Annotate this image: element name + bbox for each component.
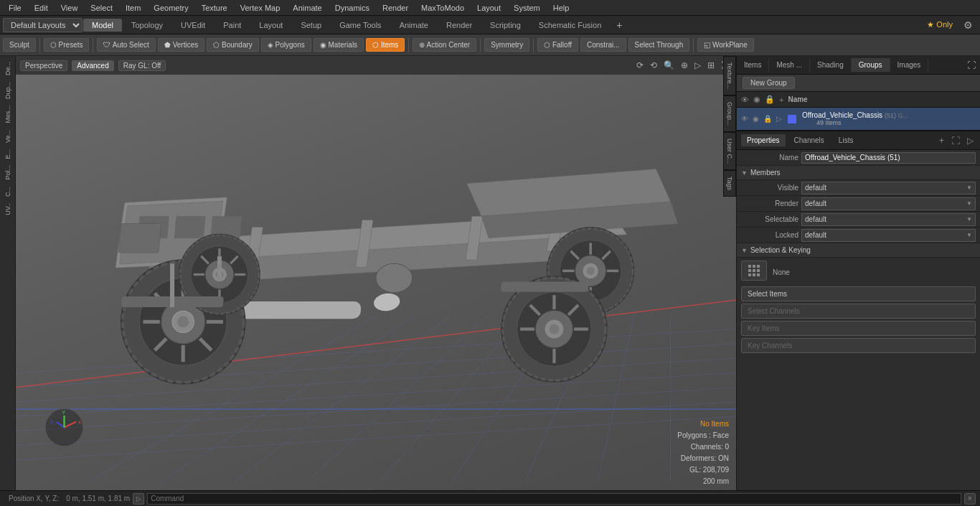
toolbar-auto-select[interactable]: 🛡 Auto Select	[97, 38, 155, 52]
layout-add-button[interactable]: +	[611, 17, 628, 33]
props-tab-lists[interactable]: Lists	[833, 134, 859, 146]
sel-key-section-header[interactable]: ▼ Selection & Keying	[737, 243, 980, 258]
layout-star[interactable]: ★ Only	[921, 19, 958, 31]
rp-tab-mesh[interactable]: Mesh ...	[769, 58, 810, 72]
toolbar-sculpt[interactable]: Sculpt	[3, 38, 36, 52]
rp-top-tabs: Items Mesh ... Shading Groups Images ⛶	[737, 56, 980, 75]
menu-select[interactable]: Select	[85, 2, 118, 14]
menu-item[interactable]: Item	[120, 2, 146, 14]
props-expand-icon[interactable]: ⛶	[949, 136, 962, 146]
edge-tab-texture[interactable]: Texture...	[723, 56, 736, 95]
group-item-chassis[interactable]: 👁 ◉ 🔒 ▷ Offroad_Vehicle_Chassis (51) G..…	[737, 108, 980, 131]
locked-select[interactable]: default ▼	[801, 229, 976, 242]
layout-tab-scripting[interactable]: Scripting	[481, 19, 529, 32]
edge-tab-group[interactable]: Group...	[723, 95, 736, 132]
selectable-select[interactable]: default ▼	[801, 213, 976, 226]
menu-dynamics[interactable]: Dynamics	[329, 2, 375, 14]
layout-tab-layout[interactable]: Layout	[250, 19, 291, 32]
vp-icon-fit[interactable]: ⊕	[679, 60, 690, 71]
vp-raygl-btn[interactable]: Ray GL: Off	[118, 60, 166, 71]
edge-tab-user-c[interactable]: User C...	[723, 132, 736, 171]
toolbar-symmetry[interactable]: Symmetry	[484, 38, 529, 52]
menu-layout[interactable]: Layout	[471, 2, 507, 14]
props-actions: + ⛶ ▷	[937, 136, 976, 146]
sidebar-item-5[interactable]: Pol...	[3, 162, 13, 183]
visible-select[interactable]: default ▼	[801, 182, 976, 195]
layout-dropdown[interactable]: Default Layouts	[3, 18, 83, 32]
command-clear-button[interactable]: ×	[964, 493, 976, 505]
toolbar-action-center[interactable]: ⊕ Action Center	[413, 38, 476, 52]
toolbar-polygons[interactable]: ◈ Polygons	[261, 38, 311, 52]
props-plus-icon[interactable]: +	[937, 136, 946, 146]
toolbar-boundary[interactable]: ⬠ Boundary	[207, 38, 259, 52]
edge-tab-tags[interactable]: Tags	[723, 170, 736, 197]
viewport[interactable]: Perspective Advanced Ray GL: Off ⟳ ⟲ 🔍 ⊕…	[16, 56, 736, 490]
vp-icon-zoom[interactable]: 🔍	[661, 60, 677, 71]
key-channels-button[interactable]: Key Channels	[741, 338, 976, 353]
name-input[interactable]	[801, 152, 976, 164]
menu-view[interactable]: View	[55, 2, 84, 14]
sidebar-item-2[interactable]: Mes...	[3, 103, 13, 126]
toolbar-workplane[interactable]: ◱ WorkPlane	[697, 38, 754, 52]
layout-tab-model[interactable]: Model	[83, 19, 122, 32]
menu-help[interactable]: Help	[547, 2, 575, 14]
menu-maxtomodo[interactable]: MaxToModo	[415, 2, 470, 14]
layout-tab-schematic[interactable]: Schematic Fusion	[530, 19, 610, 32]
rp-tab-groups[interactable]: Groups	[852, 58, 890, 72]
toolbar-select-through[interactable]: Select Through	[628, 38, 690, 52]
rp-tab-images[interactable]: Images	[890, 58, 929, 72]
members-label: Members	[750, 169, 781, 177]
toolbar-vertices[interactable]: ⬟ Vertices	[158, 38, 204, 52]
layout-tab-animate[interactable]: Animate	[391, 19, 437, 32]
props-arrow-icon[interactable]: ▷	[965, 136, 976, 146]
menu-animate[interactable]: Animate	[287, 2, 327, 14]
vp-icon-undo[interactable]: ⟲	[648, 60, 659, 71]
rp-expand-icon[interactable]: ⛶	[963, 59, 980, 72]
gl-status: GL: 208,709	[677, 464, 729, 476]
menu-file[interactable]: File	[3, 2, 27, 14]
props-tab-properties[interactable]: Properties	[741, 134, 786, 146]
layout-tab-paint[interactable]: Paint	[215, 19, 250, 32]
members-section-header[interactable]: ▼ Members	[737, 166, 980, 180]
toolbar-materials[interactable]: ◉ Materials	[314, 38, 364, 52]
layout-gear-icon[interactable]: ⚙	[959, 18, 977, 32]
toolbar-presets[interactable]: ⬡ Presets	[44, 38, 90, 52]
key-items-button[interactable]: Key Items	[741, 321, 976, 336]
sidebar-item-3[interactable]: Ve...	[3, 127, 13, 146]
sidebar-item-0[interactable]: De...	[3, 59, 13, 78]
render-select[interactable]: default ▼	[801, 197, 976, 210]
layout-tab-uvedit[interactable]: UVEdit	[172, 19, 214, 32]
select-items-button[interactable]: Select Items	[741, 286, 976, 301]
new-group-button[interactable]: New Group	[743, 77, 795, 89]
rp-tab-items[interactable]: Items	[737, 58, 769, 72]
selectable-label: Selectable	[741, 215, 798, 223]
rp-tab-shading[interactable]: Shading	[810, 58, 852, 72]
menu-texture[interactable]: Texture	[196, 2, 233, 14]
sidebar-item-7[interactable]: UV..	[3, 200, 13, 218]
toolbar-items[interactable]: ⬡ Items	[366, 38, 405, 52]
sel-key-icon-button[interactable]	[741, 261, 767, 281]
sidebar-item-1[interactable]: Dup...	[3, 79, 13, 102]
layout-tab-topology[interactable]: Topology	[123, 19, 171, 32]
menu-edit[interactable]: Edit	[29, 2, 54, 14]
vp-icon-play[interactable]: ▷	[692, 60, 703, 71]
vp-perspective-btn[interactable]: Perspective	[20, 60, 67, 71]
sidebar-item-6[interactable]: C...	[3, 184, 13, 200]
menu-system[interactable]: System	[508, 2, 546, 14]
menu-geometry[interactable]: Geometry	[148, 2, 194, 14]
vp-advanced-btn[interactable]: Advanced	[72, 60, 113, 71]
menu-render[interactable]: Render	[377, 2, 414, 14]
layout-tab-setup[interactable]: Setup	[292, 19, 330, 32]
select-channels-button[interactable]: Select Channels	[741, 304, 976, 319]
props-tab-channels[interactable]: Channels	[788, 134, 830, 146]
sidebar-item-4[interactable]: E...	[3, 146, 13, 162]
vp-icon-grid[interactable]: ⊞	[705, 60, 717, 71]
vp-icon-rotate[interactable]: ⟳	[634, 60, 646, 71]
layout-tab-render[interactable]: Render	[438, 19, 481, 32]
toolbar-constraints[interactable]: Constrai...	[580, 38, 626, 52]
layout-tab-gametools[interactable]: Game Tools	[331, 19, 390, 32]
toolbar-falloff[interactable]: ⬡ Falloff	[537, 38, 578, 52]
menu-vertex-map[interactable]: Vertex Map	[235, 2, 286, 14]
command-input[interactable]	[147, 493, 961, 505]
command-toggle[interactable]: ▷	[133, 493, 144, 505]
